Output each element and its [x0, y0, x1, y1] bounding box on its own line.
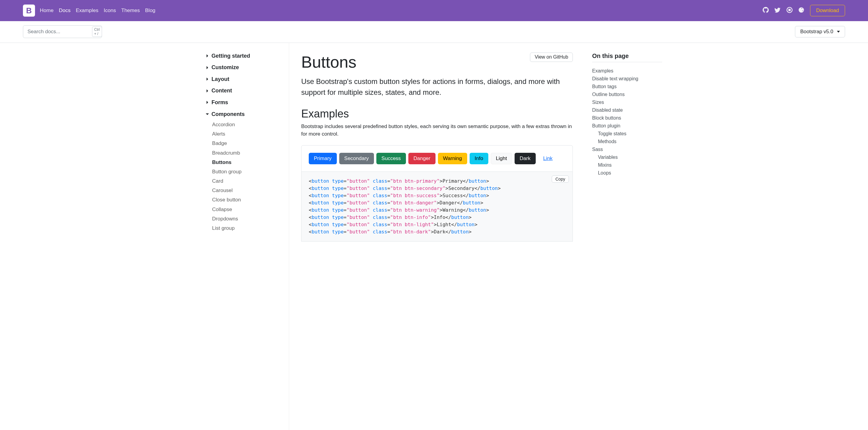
toc-item-sass[interactable]: Sass — [592, 146, 662, 153]
version-dropdown[interactable]: Bootstrap v5.0 — [795, 26, 845, 37]
opencollective-icon[interactable] — [798, 7, 804, 14]
toc-item-variables[interactable]: Variables — [592, 153, 662, 161]
chevron-right-icon — [205, 54, 210, 58]
toc-item-methods[interactable]: Methods — [592, 138, 662, 146]
chevron-right-icon — [205, 65, 210, 70]
code-line: <button type="button" class="btn btn-suc… — [309, 192, 565, 199]
sidebar-section-forms[interactable]: Forms — [198, 97, 289, 108]
navbar: B HomeDocsExamplesIconsThemesBlog Downlo… — [0, 0, 868, 21]
download-button[interactable]: Download — [810, 5, 845, 16]
nav-link-home[interactable]: Home — [40, 7, 54, 13]
examples-heading: Examples — [301, 108, 573, 120]
sidebar-section-content[interactable]: Content — [198, 85, 289, 97]
chevron-right-icon — [205, 89, 210, 93]
example-btn-dark[interactable]: Dark — [515, 153, 536, 164]
code-line: <button type="button" class="btn btn-lig… — [309, 221, 565, 228]
examples-paragraph: Bootstrap includes several predefined bu… — [301, 123, 573, 138]
chevron-right-icon — [205, 77, 210, 81]
sidebar-item-alerts[interactable]: Alerts — [198, 130, 289, 139]
subheader: Ctrl + / Bootstrap v5.0 — [0, 21, 868, 43]
sidebar-item-card[interactable]: Card — [198, 176, 289, 186]
sidebar-section-customize[interactable]: Customize — [198, 62, 289, 74]
sidebar-item-breadcrumb[interactable]: Breadcrumb — [198, 148, 289, 157]
sidebar-section-getting-started[interactable]: Getting started — [198, 50, 289, 62]
nav-links: HomeDocsExamplesIconsThemesBlog — [40, 7, 155, 13]
github-icon[interactable] — [763, 7, 769, 14]
sidebar-section-components[interactable]: Components — [198, 108, 289, 120]
code-line: <button type="button" class="btn btn-war… — [309, 206, 565, 214]
copy-button[interactable]: Copy — [552, 175, 569, 183]
code-line: <button type="button" class="btn btn-dar… — [309, 228, 565, 235]
slack-icon[interactable] — [786, 7, 793, 14]
chevron-down-icon — [837, 31, 840, 33]
example-btn-success[interactable]: Success — [376, 153, 406, 164]
toc-item-button-tags[interactable]: Button tags — [592, 83, 662, 91]
sidebar-item-close-button[interactable]: Close button — [198, 195, 289, 205]
search-input[interactable] — [27, 28, 92, 35]
example-btn-danger[interactable]: Danger — [408, 153, 435, 164]
toc-heading: On this page — [592, 53, 662, 59]
sidebar-components-list: AccordionAlertsBadgeBreadcrumbButtonsBut… — [198, 120, 289, 233]
example-btn-primary[interactable]: Primary — [309, 153, 337, 164]
sidebar-item-list-group[interactable]: List group — [198, 224, 289, 233]
toc-item-sizes[interactable]: Sizes — [592, 98, 662, 106]
sidebar-item-badge[interactable]: Badge — [198, 139, 289, 148]
search-shortcut: Ctrl + / — [92, 27, 102, 37]
version-label: Bootstrap v5.0 — [800, 29, 833, 35]
chevron-right-icon — [205, 100, 210, 105]
nav-link-icons[interactable]: Icons — [104, 7, 116, 13]
sidebar-item-accordion[interactable]: Accordion — [198, 120, 289, 129]
toc-item-disabled-state[interactable]: Disabled state — [592, 106, 662, 114]
sidebar-item-dropdowns[interactable]: Dropdowns — [198, 214, 289, 224]
code-block: Copy <button type="button" class="btn bt… — [301, 172, 573, 241]
example-btn-light[interactable]: Light — [491, 153, 512, 164]
example-btn-link[interactable]: Link — [538, 153, 558, 164]
code-line: <button type="button" class="btn btn-dan… — [309, 199, 565, 206]
main-content: Buttons View on GitHub Use Bootstrap's c… — [289, 43, 585, 430]
sidebar-item-button-group[interactable]: Button group — [198, 167, 289, 176]
nav-link-examples[interactable]: Examples — [76, 7, 98, 13]
sidebar-item-carousel[interactable]: Carousel — [198, 186, 289, 195]
toc-item-block-buttons[interactable]: Block buttons — [592, 114, 662, 122]
bootstrap-logo[interactable]: B — [23, 4, 35, 17]
nav-link-docs[interactable]: Docs — [59, 7, 71, 13]
nav-link-blog[interactable]: Blog — [145, 7, 155, 13]
code-line: <button type="button" class="btn btn-sec… — [309, 185, 565, 192]
toc-item-loops[interactable]: Loops — [592, 169, 662, 177]
example-btn-warning[interactable]: Warning — [438, 153, 467, 164]
chevron-right-icon — [205, 112, 210, 116]
nav-link-themes[interactable]: Themes — [121, 7, 140, 13]
sidebar-item-buttons[interactable]: Buttons — [198, 157, 289, 167]
toc-item-disable-text-wrapping[interactable]: Disable text wrapping — [592, 75, 662, 83]
twitter-icon[interactable] — [774, 7, 780, 14]
example-btn-info[interactable]: Info — [470, 153, 488, 164]
toc-item-outline-buttons[interactable]: Outline buttons — [592, 91, 662, 98]
toc: On this page ExamplesDisable text wrappi… — [585, 43, 670, 430]
toc-list: ExamplesDisable text wrappingButton tags… — [592, 67, 662, 177]
sidebar-item-collapse[interactable]: Collapse — [198, 205, 289, 214]
page-title: Buttons — [301, 53, 356, 71]
toc-item-button-plugin[interactable]: Button plugin — [592, 122, 662, 130]
search-wrap[interactable]: Ctrl + / — [23, 25, 102, 38]
toc-item-mixins[interactable]: Mixins — [592, 161, 662, 169]
toc-item-toggle-states[interactable]: Toggle states — [592, 130, 662, 138]
sidebar: Getting startedCustomizeLayoutContentFor… — [198, 43, 289, 430]
toc-item-examples[interactable]: Examples — [592, 67, 662, 75]
view-github-button[interactable]: View on GitHub — [530, 53, 573, 62]
code-line: <button type="button" class="btn btn-pri… — [309, 177, 565, 185]
example-block: PrimarySecondarySuccessDangerWarningInfo… — [301, 145, 573, 172]
sidebar-section-layout[interactable]: Layout — [198, 74, 289, 85]
example-btn-secondary[interactable]: Secondary — [339, 153, 374, 164]
page-lead: Use Bootstrap's custom button styles for… — [301, 76, 573, 98]
code-line: <button type="button" class="btn btn-inf… — [309, 214, 565, 221]
